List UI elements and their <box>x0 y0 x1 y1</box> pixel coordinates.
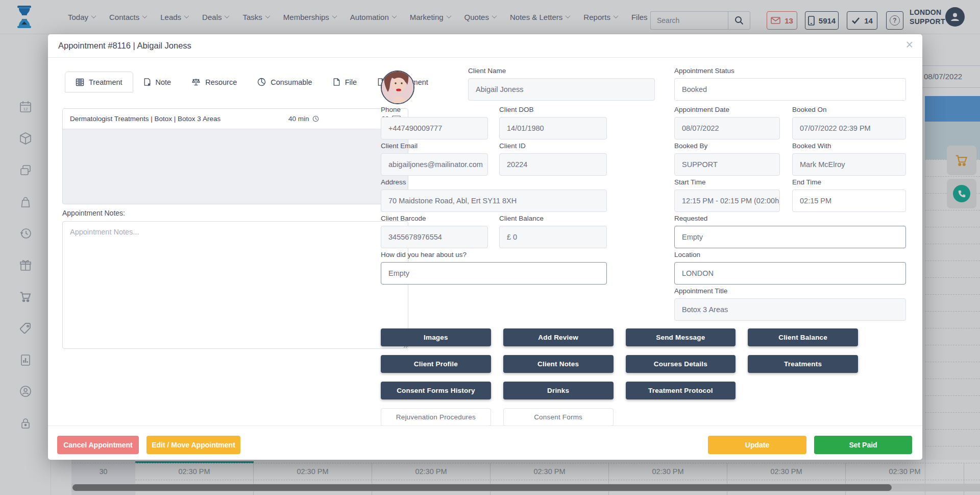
client-barcode-field: Client Barcode 3455678976554 <box>381 215 488 248</box>
action-buttons-grid: ImagesAdd ReviewSend MessageClient Balan… <box>381 328 858 426</box>
booked-with-input[interactable]: Mark McElroy <box>792 153 906 176</box>
tab-resource[interactable]: Resource <box>181 72 247 92</box>
client-dob-field: Client DOB 14/01/1980 <box>499 106 607 139</box>
action-button[interactable]: Consent Forms History <box>381 382 491 399</box>
cancel-appointment-button[interactable]: Cancel Appointment <box>57 436 139 454</box>
action-button[interactable]: Treatments <box>748 355 858 373</box>
end-time-input[interactable]: 02:15 PM <box>792 190 906 212</box>
action-button[interactable]: Send Message <box>626 328 736 346</box>
requested-field: Requested Empty <box>674 215 906 248</box>
appointment-notes-label: Appointment Notes: <box>62 209 125 217</box>
modal-title: Appointment #8116 | Abigail Joness <box>58 41 191 51</box>
hear-about-select[interactable]: Empty <box>381 262 607 285</box>
phone-input[interactable]: +447490009777 <box>381 117 488 139</box>
booked-by-input[interactable]: SUPPORT <box>674 153 780 176</box>
address-field: Address 70 Maidstone Road, Abl, Ert SY11… <box>381 178 607 212</box>
client-avatar <box>381 70 414 104</box>
app-screen: Today Contacts Leads Deals Tasks Members… <box>0 0 980 495</box>
start-time-field: Start Time 12:15 PM - 02:15 PM (02:00h) <box>674 178 780 212</box>
location-field: Location LONDON <box>674 251 906 285</box>
booked-by-field: Booked By SUPPORT <box>674 142 780 176</box>
action-button[interactable]: Add Review <box>503 328 614 346</box>
treatment-duration: 40 min <box>288 115 309 123</box>
appointment-status-input[interactable]: Booked <box>674 78 906 101</box>
action-button-light[interactable]: Consent Forms <box>503 408 614 426</box>
action-button[interactable]: Drinks <box>503 382 614 399</box>
client-barcode-input[interactable]: 3455678976554 <box>381 226 488 248</box>
client-name-field: Client Name Abigail Joness <box>468 67 655 101</box>
address-input[interactable]: 70 Maidstone Road, Abl, Ert SY11 8XH <box>381 190 607 212</box>
scales-icon <box>191 78 201 86</box>
update-button[interactable]: Update <box>708 436 806 454</box>
treatment-name: Dermatologist Treatments | Botox | Botox… <box>70 115 288 123</box>
action-button[interactable]: Treatment Protocol <box>626 382 736 399</box>
set-paid-button[interactable]: Set Paid <box>814 436 912 454</box>
tab-note[interactable]: Note <box>133 72 182 92</box>
action-button[interactable]: Client Balance <box>748 328 858 346</box>
location-select[interactable]: LONDON <box>674 262 906 285</box>
hear-about-field: How did you hear about us? Empty <box>381 251 607 285</box>
action-button[interactable]: Courses Details <box>626 355 736 373</box>
action-button[interactable]: Images <box>381 328 491 346</box>
action-button[interactable]: Client Profile <box>381 355 491 373</box>
client-email-input[interactable]: abigailjones@mailinator.com <box>381 153 488 176</box>
client-id-input[interactable]: 20224 <box>499 153 607 176</box>
end-time-field: End Time 02:15 PM <box>792 178 906 212</box>
tab-treatment[interactable]: Treatment <box>65 72 133 92</box>
phone-field: Phone +447490009777 <box>381 106 488 139</box>
client-name-input[interactable]: Abigail Joness <box>468 78 655 101</box>
file-icon <box>333 78 340 86</box>
appointment-modal: Appointment #8116 | Abigail Joness × Tre… <box>48 34 922 460</box>
appointment-title-input[interactable]: Botox 3 Areas <box>674 298 906 321</box>
modal-footer: Cancel Appointment Edit / Move Appointme… <box>48 426 922 460</box>
pie-icon <box>257 78 266 86</box>
treatment-row[interactable]: Dermatologist Treatments | Botox | Botox… <box>63 109 408 129</box>
client-balance-field: Client Balance £ 0 <box>499 215 607 248</box>
note-icon <box>143 78 151 86</box>
clock-icon <box>312 115 319 122</box>
tab-file[interactable]: File <box>323 72 367 92</box>
requested-select[interactable]: Empty <box>674 226 906 248</box>
booked-on-input[interactable]: 07/07/2022 02:39 PM <box>792 117 906 139</box>
booked-with-field: Booked With Mark McElroy <box>792 142 906 176</box>
treatment-list-icon <box>76 78 84 86</box>
client-balance-input[interactable]: £ 0 <box>499 226 607 248</box>
appointment-title-field: Appointment Title Botox 3 Areas <box>674 287 906 321</box>
action-button[interactable]: Client Notes <box>503 355 614 373</box>
modal-header: Appointment #8116 | Abigail Joness × <box>48 34 922 58</box>
client-dob-input[interactable]: 14/01/1980 <box>499 117 607 139</box>
client-id-field: Client ID 20224 <box>499 142 607 176</box>
start-time-input[interactable]: 12:15 PM - 02:15 PM (02:00h) <box>674 190 780 212</box>
close-icon[interactable]: × <box>905 38 913 51</box>
appointment-date-field: Appointment Date 08/07/2022 <box>674 106 780 139</box>
appointment-notes-textarea[interactable] <box>62 221 408 349</box>
edit-move-appointment-button[interactable]: Edit / Move Appointment <box>146 436 240 454</box>
grid-spacer <box>748 382 858 399</box>
action-button-light[interactable]: Rejuvenation Procedures <box>381 408 491 426</box>
appointment-date-input[interactable]: 08/07/2022 <box>674 117 780 139</box>
booked-on-field: Booked On 07/07/2022 02:39 PM <box>792 106 906 139</box>
tab-consumable[interactable]: Consumable <box>247 72 322 92</box>
client-email-field: Client Email abigailjones@mailinator.com <box>381 142 488 176</box>
appointment-status-field: Appointment Status Booked <box>674 67 906 101</box>
treatment-list-panel: Dermatologist Treatments | Botox | Botox… <box>62 108 408 204</box>
